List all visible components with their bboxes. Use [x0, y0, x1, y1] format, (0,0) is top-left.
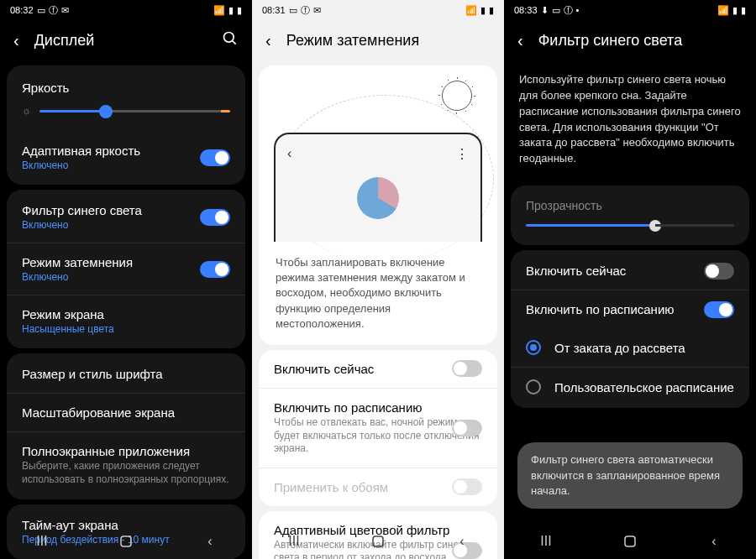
sun-icon — [442, 81, 472, 111]
status-bar: 08:31 ▭ ⓕ ✉ 📶 ▮ ▮ — [252, 0, 504, 20]
zoom-row[interactable]: Масштабирование экрана — [7, 393, 245, 431]
nav-home[interactable] — [622, 533, 638, 550]
back-icon[interactable]: ‹ — [13, 31, 19, 50]
text-card: Размер и стиль шрифта Масштабирование эк… — [7, 353, 245, 499]
fullscreen-row[interactable]: Полноэкранные приложения Выберите, какие… — [7, 431, 245, 498]
radio-sunset-row[interactable]: От заката до рассвета — [511, 328, 749, 367]
notif-icon: ▭ — [289, 5, 297, 16]
download-icon: ⬇ — [541, 5, 549, 16]
blue-filter-row[interactable]: Фильтр синего света Включено — [7, 191, 245, 243]
page-title: Режим затемнения — [286, 32, 491, 50]
page-title: Дисплей — [34, 32, 207, 50]
radio-sunset[interactable] — [526, 340, 541, 355]
header: ‹ Режим затемнения — [252, 20, 504, 60]
brightness-label: Яркость — [22, 81, 230, 95]
nav-bar: III ‹ — [252, 524, 504, 559]
signal-icon: ▮ — [732, 5, 738, 16]
pie-chart-icon — [357, 177, 399, 219]
nav-recents[interactable]: III — [34, 533, 50, 550]
dark-mode-row[interactable]: Режим затемнения Включено — [7, 243, 245, 295]
nav-bar: III ‹ — [504, 524, 756, 559]
enable-now-row[interactable]: Включить сейчас — [259, 350, 497, 388]
back-icon[interactable]: ‹ — [265, 31, 271, 50]
brightness-card: Яркость ☼ Адаптивная яркость Включено — [7, 65, 245, 185]
facebook-icon: ⓕ — [301, 4, 310, 17]
toast: Фильтр синего света автоматически включи… — [517, 442, 743, 509]
enable-now-toggle[interactable] — [704, 263, 734, 280]
preview-back-icon: ‹ — [287, 146, 291, 162]
blue-filter-toggle[interactable] — [200, 209, 230, 226]
svg-line-1 — [233, 41, 236, 44]
display-modes-card: Фильтр синего света Включено Режим затем… — [7, 190, 245, 348]
screen-mode-row[interactable]: Режим экрана Насыщенные цвета — [7, 295, 245, 347]
opacity-label: Прозрачность — [526, 199, 734, 212]
phone-preview: ‹ ⋮ — [274, 133, 482, 242]
svg-point-0 — [224, 33, 234, 43]
nav-home[interactable] — [118, 533, 134, 550]
header: ‹ Фильтр синего света — [504, 20, 756, 60]
messenger-icon: ✉ — [313, 5, 321, 16]
nav-recents[interactable]: III — [286, 533, 302, 550]
enable-schedule-row[interactable]: Включить по расписанию — [511, 290, 749, 328]
status-bar: 08:33 ⬇ ▭ ⓕ • 📶 ▮ ▮ — [504, 0, 756, 20]
wifi-icon: 📶 — [465, 5, 477, 16]
panel-dark-mode: 08:31 ▭ ⓕ ✉ 📶 ▮ ▮ ‹ Режим затемнения ‹ — [252, 0, 504, 559]
opacity-card: Прозрачность — [511, 185, 749, 245]
battery-icon: ▮ — [741, 5, 746, 16]
nav-recents[interactable]: III — [538, 533, 554, 550]
svg-rect-2 — [121, 536, 131, 546]
wifi-icon: 📶 — [717, 5, 729, 16]
nav-bar: III ‹ — [0, 524, 252, 559]
nav-back[interactable]: ‹ — [454, 533, 470, 550]
battery-icon: ▮ — [237, 5, 242, 16]
nav-home[interactable] — [370, 533, 386, 550]
battery-icon: ▮ — [489, 5, 494, 16]
illustration-card: ‹ ⋮ Чтобы запланировать включение режима… — [259, 65, 497, 345]
facebook-icon: ⓕ — [564, 4, 573, 17]
toggles-card: Включить сейчас Включить по расписанию Ч… — [259, 350, 497, 506]
svg-rect-4 — [625, 536, 635, 546]
status-bar: 08:32 ▭ ⓕ ✉ 📶 ▮ ▮ — [0, 0, 252, 20]
status-time: 08:32 — [10, 5, 34, 15]
facebook-icon: ⓕ — [49, 4, 58, 17]
status-time: 08:31 — [262, 5, 286, 15]
sun-dim-icon: ☼ — [22, 105, 31, 117]
panel-display: 08:32 ▭ ⓕ ✉ 📶 ▮ ▮ ‹ Дисплей Яркость ☼ — [0, 0, 252, 559]
wifi-icon: 📶 — [213, 5, 225, 16]
notif-icon: ▭ — [37, 5, 45, 16]
status-time: 08:33 — [514, 5, 538, 15]
radio-custom[interactable] — [526, 379, 541, 394]
search-icon[interactable] — [222, 30, 239, 50]
page-title: Фильтр синего света — [538, 32, 743, 50]
description: Используйте фильтр синего света ночью дл… — [504, 60, 756, 180]
font-row[interactable]: Размер и стиль шрифта — [7, 355, 245, 393]
enable-schedule-toggle[interactable] — [704, 301, 734, 318]
opacity-slider[interactable] — [526, 224, 734, 227]
messenger-icon: ✉ — [61, 5, 69, 16]
apply-wallpaper-row: Применить к обоям — [259, 468, 497, 506]
enable-schedule-toggle[interactable] — [452, 420, 482, 436]
more-icon: • — [576, 5, 580, 15]
enable-now-row[interactable]: Включить сейчас — [511, 252, 749, 290]
adaptive-brightness-toggle[interactable] — [200, 149, 230, 166]
enable-now-toggle[interactable] — [452, 360, 482, 377]
dark-mode-toggle[interactable] — [200, 261, 230, 278]
nav-back[interactable]: ‹ — [706, 533, 722, 550]
apply-wallpaper-toggle — [452, 478, 482, 495]
header: ‹ Дисплей — [0, 20, 252, 60]
notif-icon: ▭ — [552, 5, 560, 16]
radio-custom-row[interactable]: Пользовательское расписание — [511, 367, 749, 406]
panel-blue-filter: 08:33 ⬇ ▭ ⓕ • 📶 ▮ ▮ ‹ Фильтр синего свет… — [504, 0, 756, 559]
adaptive-brightness-row[interactable]: Адаптивная яркость Включено — [7, 132, 245, 183]
schedule-card: Включить сейчас Включить по расписанию О… — [511, 250, 749, 408]
preview-more-icon: ⋮ — [455, 146, 469, 162]
nav-back[interactable]: ‹ — [202, 533, 218, 550]
brightness-slider[interactable]: ☼ — [22, 105, 230, 117]
svg-rect-3 — [373, 536, 383, 546]
enable-schedule-row[interactable]: Включить по расписанию Чтобы не отвлекат… — [259, 388, 497, 468]
signal-icon: ▮ — [228, 5, 234, 16]
back-icon[interactable]: ‹ — [517, 31, 523, 50]
signal-icon: ▮ — [480, 5, 486, 16]
